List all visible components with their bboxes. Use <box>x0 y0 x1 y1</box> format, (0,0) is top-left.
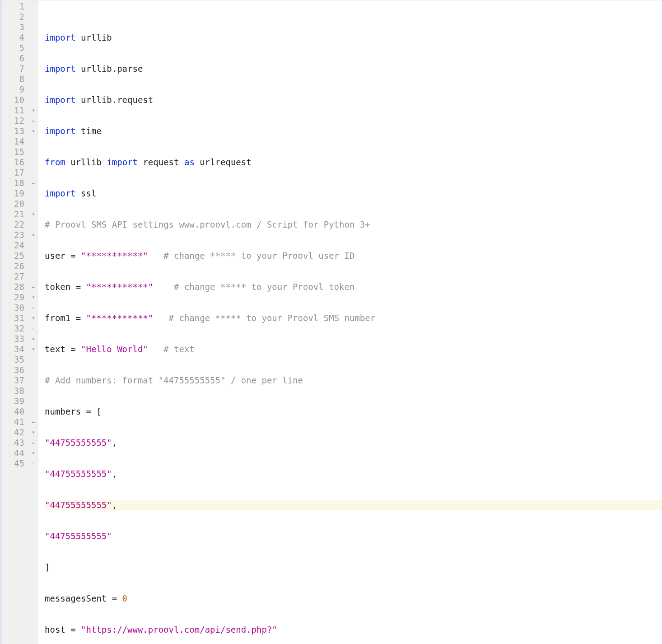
fold-marker[interactable] <box>29 396 38 406</box>
code-line[interactable]: from1 = "***********" # change ***** to … <box>45 313 662 323</box>
fold-marker[interactable] <box>29 188 38 199</box>
code-line[interactable]: "44755555555", <box>45 438 662 448</box>
code-line[interactable]: import time <box>45 126 662 136</box>
line-number[interactable]: 28 <box>2 282 29 292</box>
line-number[interactable]: 11 <box>2 105 29 116</box>
line-number[interactable]: 44 <box>2 448 29 458</box>
code-line[interactable]: import urllib.request <box>45 95 662 105</box>
fold-marker[interactable] <box>29 74 38 84</box>
code-line[interactable]: import urllib <box>45 33 662 43</box>
fold-column[interactable]: ▾⌙▾⌙▾▾⌙▾⌙▾⌙▾▾⌙▾⌙▾⌙ <box>29 0 38 644</box>
fold-marker[interactable] <box>29 251 38 261</box>
fold-marker[interactable]: ⌙ <box>29 417 38 427</box>
fold-marker[interactable]: ▾ <box>29 126 38 136</box>
fold-marker[interactable]: ▾ <box>29 344 38 355</box>
fold-marker[interactable]: ▾ <box>29 105 38 116</box>
line-number[interactable]: 5 <box>2 43 29 53</box>
fold-marker[interactable] <box>29 12 38 22</box>
fold-marker[interactable] <box>29 53 38 64</box>
line-number[interactable]: 20 <box>2 199 29 209</box>
line-number[interactable]: 21 <box>2 209 29 219</box>
line-number[interactable]: 40 <box>2 406 29 417</box>
code-editor[interactable]: 1234567891011121314151617181920212223242… <box>0 0 662 644</box>
fold-marker[interactable]: ⌙ <box>29 438 38 448</box>
fold-marker[interactable]: ▾ <box>29 427 38 438</box>
line-number[interactable]: 22 <box>2 219 29 230</box>
line-number[interactable]: 41 <box>2 417 29 427</box>
code-line[interactable]: import ssl <box>45 188 662 199</box>
line-number[interactable]: 6 <box>2 53 29 64</box>
line-number[interactable]: 12 <box>2 116 29 126</box>
fold-marker[interactable]: ⌙ <box>29 303 38 313</box>
fold-marker[interactable]: ⌙ <box>29 178 38 188</box>
line-number[interactable]: 30 <box>2 303 29 313</box>
code-line[interactable]: user = "***********" # change ***** to y… <box>45 251 662 261</box>
line-number[interactable]: 32 <box>2 323 29 334</box>
line-number[interactable]: 15 <box>2 147 29 157</box>
fold-marker[interactable]: ▾ <box>29 313 38 323</box>
line-number[interactable]: 14 <box>2 136 29 147</box>
fold-marker[interactable] <box>29 271 38 282</box>
fold-marker[interactable] <box>29 406 38 417</box>
line-number[interactable]: 4 <box>2 33 29 43</box>
line-number[interactable]: 31 <box>2 313 29 323</box>
fold-marker[interactable]: ▾ <box>29 448 38 458</box>
fold-marker[interactable] <box>29 95 38 105</box>
code-line[interactable]: token = "***********" # change ***** to … <box>45 282 662 292</box>
fold-marker[interactable]: ▾ <box>29 292 38 303</box>
line-number[interactable]: 39 <box>2 396 29 406</box>
line-number[interactable]: 2 <box>2 12 29 22</box>
line-number[interactable]: 36 <box>2 365 29 375</box>
fold-marker[interactable]: ⌙ <box>29 323 38 334</box>
line-number[interactable]: 29 <box>2 292 29 303</box>
line-number[interactable]: 25 <box>2 251 29 261</box>
fold-marker[interactable] <box>29 199 38 209</box>
fold-marker[interactable] <box>29 147 38 157</box>
line-number[interactable]: 37 <box>2 375 29 386</box>
line-number[interactable]: 19 <box>2 188 29 199</box>
fold-marker[interactable] <box>29 219 38 230</box>
fold-marker[interactable]: ⌙ <box>29 116 38 126</box>
line-number[interactable]: 7 <box>2 64 29 74</box>
line-number[interactable]: 17 <box>2 168 29 178</box>
code-line[interactable]: "44755555555" <box>45 531 662 541</box>
fold-marker[interactable] <box>29 168 38 178</box>
fold-marker[interactable] <box>29 365 38 375</box>
code-line[interactable]: # Add numbers: format "44755555555" / on… <box>45 375 662 386</box>
line-number[interactable]: 3 <box>2 22 29 33</box>
line-number[interactable]: 18 <box>2 178 29 188</box>
fold-marker[interactable] <box>29 22 38 33</box>
line-number[interactable]: 27 <box>2 271 29 282</box>
fold-marker[interactable] <box>29 84 38 95</box>
line-number[interactable]: 33 <box>2 334 29 344</box>
line-number[interactable]: 9 <box>2 84 29 95</box>
code-area[interactable]: import urllib import urllib.parse import… <box>38 0 662 644</box>
code-line[interactable]: messagesSent = 0 <box>45 593 662 604</box>
fold-marker[interactable] <box>29 1 38 12</box>
fold-marker[interactable] <box>29 33 38 43</box>
line-number[interactable]: 43 <box>2 438 29 448</box>
line-number[interactable]: 35 <box>2 355 29 365</box>
line-number[interactable]: 8 <box>2 74 29 84</box>
code-line[interactable]: "44755555555", <box>45 469 662 479</box>
fold-marker[interactable] <box>29 64 38 74</box>
code-line[interactable]: ] <box>45 562 662 573</box>
fold-marker[interactable] <box>29 136 38 147</box>
code-line[interactable]: text = "Hello World" # text <box>45 344 662 355</box>
line-number[interactable]: 13 <box>2 126 29 136</box>
line-number[interactable]: 45 <box>2 458 29 469</box>
fold-marker[interactable]: ▾ <box>29 230 38 240</box>
line-number[interactable]: 24 <box>2 240 29 251</box>
line-number[interactable]: 16 <box>2 157 29 168</box>
fold-marker[interactable] <box>29 375 38 386</box>
code-line[interactable]: host = "https://www.proovl.com/api/send.… <box>45 625 662 635</box>
line-number[interactable]: 34 <box>2 344 29 355</box>
line-number[interactable]: 38 <box>2 386 29 396</box>
code-line[interactable]: from urllib import request as urlrequest <box>45 157 662 168</box>
fold-marker[interactable]: ⌙ <box>29 458 38 469</box>
fold-marker[interactable]: ▾ <box>29 334 38 344</box>
line-number[interactable]: 1 <box>2 1 29 12</box>
fold-marker[interactable] <box>29 261 38 271</box>
fold-marker[interactable] <box>29 157 38 168</box>
code-line[interactable]: # Proovl SMS API settings www.proovl.com… <box>45 219 662 230</box>
